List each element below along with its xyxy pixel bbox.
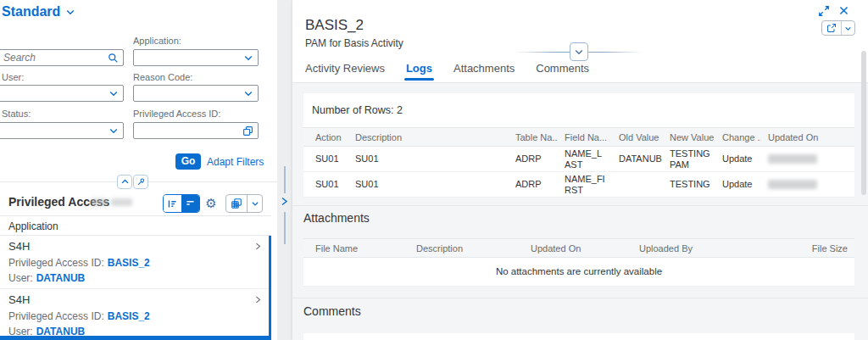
item-user-label: User: xyxy=(8,272,33,284)
condensed-view-toggle-button[interactable] xyxy=(181,195,199,212)
application-label: Application: xyxy=(133,36,181,46)
status-select[interactable] xyxy=(0,122,124,139)
panel-splitter[interactable] xyxy=(277,0,292,340)
cell-action: SU01 xyxy=(303,147,348,172)
value-help-icon[interactable] xyxy=(242,125,253,137)
column-header-file-name[interactable]: File Name xyxy=(303,239,409,258)
export-menu-arrow-button[interactable] xyxy=(248,195,262,212)
row-count-label: Number of Rows: 2 xyxy=(312,104,403,116)
search-field[interactable] xyxy=(0,49,124,66)
cell-change: Update xyxy=(715,172,761,198)
item-user-line: User:DATANUB xyxy=(8,272,85,284)
share-menu-button xyxy=(821,20,855,36)
enter-fullscreen-button[interactable] xyxy=(818,5,830,17)
list-settings-button[interactable]: ⚙ xyxy=(203,194,219,213)
reason-code-input[interactable] xyxy=(138,87,243,99)
comments-section-title: Comments xyxy=(303,304,361,318)
attachments-header-row: File Name Description Updated On Uploade… xyxy=(303,239,854,258)
item-id-link[interactable]: BASIS_2 xyxy=(108,310,150,322)
application-input[interactable] xyxy=(138,52,243,64)
column-header-change[interactable]: Change ... xyxy=(715,128,761,147)
privileged-access-id-label: Privileged Access ID: xyxy=(133,109,220,119)
privileged-access-id-field[interactable] xyxy=(133,122,259,139)
attachments-table: File Name Description Updated On Uploade… xyxy=(303,238,854,287)
pin-filter-bar-button[interactable] xyxy=(133,175,148,189)
cell-action: SU01 xyxy=(303,172,348,198)
redacted-date xyxy=(768,180,817,189)
status-input[interactable] xyxy=(3,125,108,137)
logs-row[interactable]: SU01 SU01 ADRP NAME_LAST DATANUB TESTING… xyxy=(303,147,854,172)
attachments-empty-row: No attachments are currently available xyxy=(303,258,854,287)
user-label: User: xyxy=(2,72,24,82)
gear-icon: ⚙ xyxy=(205,196,216,210)
column-header-description[interactable]: Description xyxy=(348,128,509,147)
user-input[interactable] xyxy=(3,87,108,99)
status-label: Status: xyxy=(2,109,31,119)
close-detail-button[interactable] xyxy=(838,5,849,16)
share-export-icon xyxy=(826,23,837,33)
column-header-action[interactable]: Action xyxy=(303,128,348,147)
search-icon[interactable] xyxy=(108,53,119,64)
detail-scrollbar[interactable] xyxy=(861,51,866,195)
chevron-right-icon[interactable] xyxy=(279,196,290,207)
chevron-right-icon xyxy=(253,295,263,304)
cell-description: SU01 xyxy=(348,147,509,172)
collapse-filter-bar-button[interactable] xyxy=(117,175,132,189)
list-view-segmented-control xyxy=(163,194,200,213)
section-divider xyxy=(292,298,868,298)
application-select[interactable] xyxy=(133,49,259,66)
search-input[interactable] xyxy=(3,52,108,64)
column-header-table-name[interactable]: Table Na... xyxy=(509,128,558,147)
collapse-header-button[interactable] xyxy=(570,42,588,61)
privileged-access-id-input[interactable] xyxy=(138,125,242,137)
splitter-grip xyxy=(284,166,286,193)
list-item[interactable]: S4H Privileged Access ID:BASIS_2 User:DA… xyxy=(0,289,270,340)
chevron-down-icon[interactable] xyxy=(243,53,253,63)
cell-field-name: NAME_LAST xyxy=(558,147,612,172)
section-divider xyxy=(292,205,868,206)
chevron-down-icon[interactable] xyxy=(243,88,253,98)
column-header-file-size[interactable]: File Size xyxy=(793,239,854,258)
list-item[interactable]: S4H Privileged Access ID:BASIS_2 User:DA… xyxy=(0,236,270,289)
item-user-link[interactable]: DATANUB xyxy=(36,272,86,284)
chevron-down-icon xyxy=(844,25,852,32)
chevron-down-icon xyxy=(251,199,259,208)
tab-attachments[interactable]: Attachments xyxy=(453,60,515,82)
detail-view-toggle-button[interactable] xyxy=(164,195,181,212)
list-scrollbar[interactable] xyxy=(269,236,271,340)
chevron-up-icon xyxy=(120,177,130,187)
chevron-down-icon[interactable] xyxy=(108,88,119,98)
item-id-label: Privileged Access ID: xyxy=(8,310,104,322)
item-id-label: Privileged Access ID: xyxy=(8,257,104,269)
no-attachments-message: No attachments are currently available xyxy=(303,258,854,287)
item-id-link[interactable]: BASIS_2 xyxy=(108,257,150,269)
column-header-updated-on[interactable]: Updated On xyxy=(761,128,854,147)
tab-activity-reviews[interactable]: Activity Reviews xyxy=(305,60,385,82)
share-button[interactable] xyxy=(822,21,842,35)
chevron-down-icon[interactable] xyxy=(108,125,119,136)
tab-comments[interactable]: Comments xyxy=(536,60,589,82)
detail-panel: BASIS_2 PAM for Basis Activity xyxy=(292,0,868,340)
column-header-uploaded-by[interactable]: Uploaded By xyxy=(632,239,793,258)
tab-logs[interactable]: Logs xyxy=(406,60,432,82)
variant-selector[interactable]: Standard xyxy=(2,4,75,20)
item-application: S4H xyxy=(8,240,30,253)
reason-code-select[interactable] xyxy=(133,85,259,102)
column-header-field-name[interactable]: Field Na... xyxy=(558,128,612,147)
column-header-old-value[interactable]: Old Value xyxy=(612,128,663,147)
user-select[interactable] xyxy=(0,85,124,102)
column-header-new-value[interactable]: New Value xyxy=(663,128,715,147)
pin-icon xyxy=(136,177,146,187)
cell-description: SU01 xyxy=(348,172,509,198)
export-button[interactable] xyxy=(226,195,248,212)
redacted-count xyxy=(91,198,108,206)
go-button[interactable]: Go xyxy=(175,153,201,170)
expand-icon xyxy=(818,5,830,17)
column-header-description[interactable]: Description xyxy=(409,239,524,258)
share-menu-arrow-button[interactable] xyxy=(842,21,854,35)
adapt-filters-link[interactable]: Adapt Filters xyxy=(207,156,264,168)
column-header-updated-on[interactable]: Updated On xyxy=(524,239,632,258)
item-application: S4H xyxy=(8,293,30,306)
redacted-date xyxy=(768,154,817,164)
logs-row[interactable]: SU01 SU01 ADRP NAME_FIRST TESTING Update xyxy=(303,172,854,198)
